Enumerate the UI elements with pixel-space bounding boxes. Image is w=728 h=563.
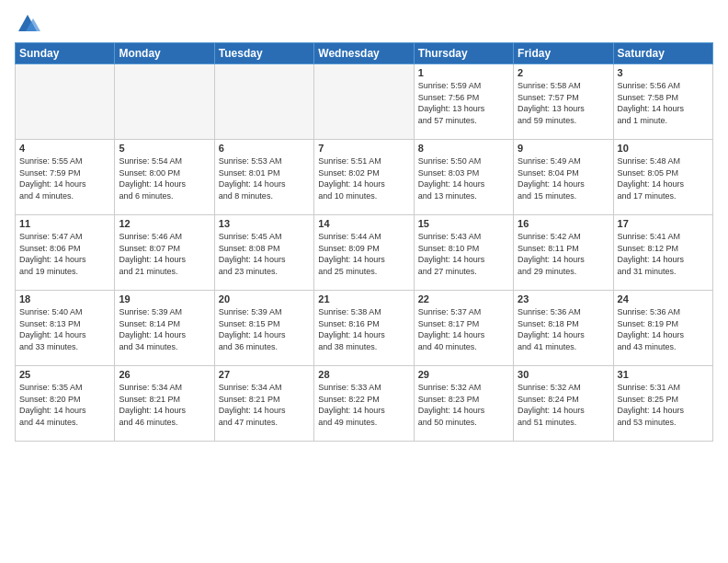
calendar-header-tuesday: Tuesday: [214, 43, 313, 64]
day-number: 16: [518, 218, 609, 229]
day-info: Sunrise: 5:38 AM Sunset: 8:16 PM Dayligh…: [318, 306, 409, 352]
day-info: Sunrise: 5:31 AM Sunset: 8:25 PM Dayligh…: [618, 382, 709, 428]
day-number: 22: [418, 293, 509, 304]
calendar-cell: [16, 64, 115, 140]
calendar-header-monday: Monday: [115, 43, 214, 64]
header: [15, 11, 713, 37]
day-info: Sunrise: 5:44 AM Sunset: 8:09 PM Dayligh…: [318, 231, 409, 277]
day-number: 2: [518, 67, 609, 78]
day-number: 27: [219, 369, 310, 380]
calendar-week-2: 4Sunrise: 5:55 AM Sunset: 7:59 PM Daylig…: [16, 140, 713, 215]
day-number: 4: [19, 143, 110, 154]
calendar-cell: 22Sunrise: 5:37 AM Sunset: 8:17 PM Dayli…: [414, 291, 513, 366]
day-number: 1: [418, 67, 509, 78]
day-info: Sunrise: 5:42 AM Sunset: 8:11 PM Dayligh…: [518, 231, 609, 277]
day-info: Sunrise: 5:39 AM Sunset: 8:14 PM Dayligh…: [119, 306, 210, 352]
day-number: 19: [119, 293, 210, 304]
day-info: Sunrise: 5:32 AM Sunset: 8:24 PM Dayligh…: [518, 382, 609, 428]
day-number: 25: [19, 369, 110, 380]
day-number: 12: [119, 218, 210, 229]
logo-icon: [15, 11, 40, 37]
day-number: 17: [618, 218, 709, 229]
day-info: Sunrise: 5:35 AM Sunset: 8:20 PM Dayligh…: [19, 382, 110, 428]
calendar-cell: 27Sunrise: 5:34 AM Sunset: 8:21 PM Dayli…: [214, 366, 313, 442]
day-number: 26: [119, 369, 210, 380]
day-number: 15: [418, 218, 509, 229]
day-info: Sunrise: 5:36 AM Sunset: 8:19 PM Dayligh…: [618, 306, 709, 352]
calendar-header-wednesday: Wednesday: [314, 43, 414, 64]
calendar-cell: 20Sunrise: 5:39 AM Sunset: 8:15 PM Dayli…: [214, 291, 313, 366]
calendar-cell: 15Sunrise: 5:43 AM Sunset: 8:10 PM Dayli…: [414, 215, 513, 291]
calendar-cell: 31Sunrise: 5:31 AM Sunset: 8:25 PM Dayli…: [613, 366, 712, 442]
day-number: 18: [19, 293, 110, 304]
day-info: Sunrise: 5:56 AM Sunset: 7:58 PM Dayligh…: [618, 80, 709, 126]
calendar-cell: 12Sunrise: 5:46 AM Sunset: 8:07 PM Dayli…: [115, 215, 214, 291]
day-info: Sunrise: 5:33 AM Sunset: 8:22 PM Dayligh…: [318, 382, 409, 428]
calendar-cell: 9Sunrise: 5:49 AM Sunset: 8:04 PM Daylig…: [514, 140, 613, 215]
day-info: Sunrise: 5:53 AM Sunset: 8:01 PM Dayligh…: [219, 155, 310, 201]
day-number: 11: [19, 218, 110, 229]
day-info: Sunrise: 5:47 AM Sunset: 8:06 PM Dayligh…: [19, 231, 110, 277]
calendar-cell: 11Sunrise: 5:47 AM Sunset: 8:06 PM Dayli…: [16, 215, 115, 291]
calendar-cell: 18Sunrise: 5:40 AM Sunset: 8:13 PM Dayli…: [16, 291, 115, 366]
day-number: 13: [219, 218, 310, 229]
calendar-cell: 24Sunrise: 5:36 AM Sunset: 8:19 PM Dayli…: [613, 291, 712, 366]
day-info: Sunrise: 5:36 AM Sunset: 8:18 PM Dayligh…: [518, 306, 609, 352]
day-number: 14: [318, 218, 409, 229]
calendar-cell: 21Sunrise: 5:38 AM Sunset: 8:16 PM Dayli…: [314, 291, 414, 366]
calendar-header-friday: Friday: [514, 43, 613, 64]
calendar-cell: 2Sunrise: 5:58 AM Sunset: 7:57 PM Daylig…: [514, 64, 613, 140]
calendar-week-5: 25Sunrise: 5:35 AM Sunset: 8:20 PM Dayli…: [16, 366, 713, 442]
day-number: 23: [518, 293, 609, 304]
calendar-cell: [214, 64, 313, 140]
calendar-week-3: 11Sunrise: 5:47 AM Sunset: 8:06 PM Dayli…: [16, 215, 713, 291]
day-number: 3: [618, 67, 709, 78]
calendar-cell: 23Sunrise: 5:36 AM Sunset: 8:18 PM Dayli…: [514, 291, 613, 366]
calendar-cell: [314, 64, 414, 140]
day-info: Sunrise: 5:37 AM Sunset: 8:17 PM Dayligh…: [418, 306, 509, 352]
day-info: Sunrise: 5:55 AM Sunset: 7:59 PM Dayligh…: [19, 155, 110, 201]
calendar-cell: 6Sunrise: 5:53 AM Sunset: 8:01 PM Daylig…: [214, 140, 313, 215]
day-info: Sunrise: 5:34 AM Sunset: 8:21 PM Dayligh…: [219, 382, 310, 428]
day-number: 21: [318, 293, 409, 304]
day-info: Sunrise: 5:32 AM Sunset: 8:23 PM Dayligh…: [418, 382, 509, 428]
calendar-table: SundayMondayTuesdayWednesdayThursdayFrid…: [15, 42, 713, 442]
day-info: Sunrise: 5:51 AM Sunset: 8:02 PM Dayligh…: [318, 155, 409, 201]
day-info: Sunrise: 5:45 AM Sunset: 8:08 PM Dayligh…: [219, 231, 310, 277]
day-number: 30: [518, 369, 609, 380]
calendar-cell: 4Sunrise: 5:55 AM Sunset: 7:59 PM Daylig…: [16, 140, 115, 215]
day-number: 5: [119, 143, 210, 154]
day-info: Sunrise: 5:48 AM Sunset: 8:05 PM Dayligh…: [618, 155, 709, 201]
calendar-cell: 8Sunrise: 5:50 AM Sunset: 8:03 PM Daylig…: [414, 140, 513, 215]
calendar-cell: [115, 64, 214, 140]
calendar-cell: 19Sunrise: 5:39 AM Sunset: 8:14 PM Dayli…: [115, 291, 214, 366]
day-info: Sunrise: 5:39 AM Sunset: 8:15 PM Dayligh…: [219, 306, 310, 352]
calendar-cell: 17Sunrise: 5:41 AM Sunset: 8:12 PM Dayli…: [613, 215, 712, 291]
day-info: Sunrise: 5:40 AM Sunset: 8:13 PM Dayligh…: [19, 306, 110, 352]
calendar-cell: 1Sunrise: 5:59 AM Sunset: 7:56 PM Daylig…: [414, 64, 513, 140]
day-info: Sunrise: 5:43 AM Sunset: 8:10 PM Dayligh…: [418, 231, 509, 277]
day-number: 6: [219, 143, 310, 154]
calendar-cell: 10Sunrise: 5:48 AM Sunset: 8:05 PM Dayli…: [613, 140, 712, 215]
day-number: 31: [618, 369, 709, 380]
day-info: Sunrise: 5:41 AM Sunset: 8:12 PM Dayligh…: [618, 231, 709, 277]
calendar-cell: 14Sunrise: 5:44 AM Sunset: 8:09 PM Dayli…: [314, 215, 414, 291]
calendar-cell: 5Sunrise: 5:54 AM Sunset: 8:00 PM Daylig…: [115, 140, 214, 215]
calendar-cell: 7Sunrise: 5:51 AM Sunset: 8:02 PM Daylig…: [314, 140, 414, 215]
calendar-cell: 26Sunrise: 5:34 AM Sunset: 8:21 PM Dayli…: [115, 366, 214, 442]
day-number: 7: [318, 143, 409, 154]
day-info: Sunrise: 5:50 AM Sunset: 8:03 PM Dayligh…: [418, 155, 509, 201]
day-number: 20: [219, 293, 310, 304]
calendar-cell: 28Sunrise: 5:33 AM Sunset: 8:22 PM Dayli…: [314, 366, 414, 442]
day-info: Sunrise: 5:46 AM Sunset: 8:07 PM Dayligh…: [119, 231, 210, 277]
calendar-cell: 30Sunrise: 5:32 AM Sunset: 8:24 PM Dayli…: [514, 366, 613, 442]
day-number: 8: [418, 143, 509, 154]
calendar-header-saturday: Saturday: [613, 43, 712, 64]
day-number: 24: [618, 293, 709, 304]
day-number: 29: [418, 369, 509, 380]
logo: [15, 11, 44, 37]
calendar-cell: 25Sunrise: 5:35 AM Sunset: 8:20 PM Dayli…: [16, 366, 115, 442]
page: SundayMondayTuesdayWednesdayThursdayFrid…: [0, 0, 728, 563]
day-info: Sunrise: 5:54 AM Sunset: 8:00 PM Dayligh…: [119, 155, 210, 201]
calendar-cell: 16Sunrise: 5:42 AM Sunset: 8:11 PM Dayli…: [514, 215, 613, 291]
